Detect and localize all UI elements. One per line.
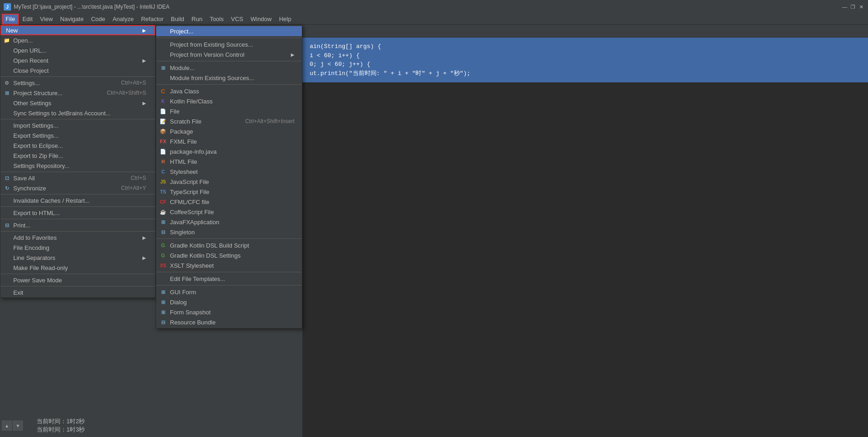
new-submenu-gradle-settings[interactable]: G Gradle Kotlin DSL Settings xyxy=(156,250,302,260)
menu-analyze[interactable]: Analyze xyxy=(109,14,137,25)
menu-item-invalidate-caches[interactable]: Invalidate Caches / Restart... xyxy=(0,195,155,205)
menu-item-sync-settings[interactable]: Sync Settings to JetBrains Account... xyxy=(0,108,155,118)
menu-help[interactable]: Help xyxy=(275,14,295,25)
separator-9 xyxy=(0,286,155,286)
new-submenu-package[interactable]: 📦 Package xyxy=(156,126,302,136)
open-url-label: Open URL... xyxy=(13,47,46,54)
new-submenu-xslt[interactable]: XS XSLT Stylesheet xyxy=(156,260,302,270)
menu-build[interactable]: Build xyxy=(167,14,188,25)
new-submenu-module[interactable]: ⊞ Module... xyxy=(156,63,302,73)
menu-item-save-all[interactable]: ⊡ Save All Ctrl+S xyxy=(0,173,155,183)
new-submenu-form-snapshot[interactable]: ⊞ Form Snapshot xyxy=(156,307,302,317)
sync-settings-label: Sync Settings to JetBrains Account... xyxy=(13,110,110,117)
menu-refactor[interactable]: Refactor xyxy=(137,14,167,25)
menu-view[interactable]: View xyxy=(36,14,56,25)
menu-tools[interactable]: Tools xyxy=(206,14,227,25)
menu-item-project-structure[interactable]: ⊞ Project Structure... Ctrl+Alt+Shift+S xyxy=(0,88,155,98)
menu-navigate[interactable]: Navigate xyxy=(56,14,87,25)
menu-file[interactable]: File xyxy=(2,14,19,25)
new-submenu-html[interactable]: H HTML File xyxy=(156,156,302,167)
stylesheet-icon: C xyxy=(159,167,167,176)
menu-item-power-save[interactable]: Power Save Mode xyxy=(0,275,155,285)
close-button[interactable]: ✕ xyxy=(858,4,864,10)
separator-1 xyxy=(0,76,155,77)
synchronize-shortcut: Ctrl+Alt+Y xyxy=(121,185,146,191)
file-encoding-label: File Encoding xyxy=(13,244,49,251)
minimize-button[interactable]: — xyxy=(841,4,848,10)
new-submenu-project-existing[interactable]: Project from Existing Sources... xyxy=(156,39,302,49)
new-submenu-typescript[interactable]: TS TypeScript File xyxy=(156,187,302,197)
menu-item-synchronize[interactable]: ↻ Synchronize Ctrl+Alt+Y xyxy=(0,183,155,193)
menu-window[interactable]: Window xyxy=(247,14,275,25)
new-submenu-module-existing[interactable]: Module from Existing Sources... xyxy=(156,73,302,83)
menu-item-export-zip[interactable]: Export to Zip File... xyxy=(0,151,155,161)
scratch-label: Scratch File xyxy=(170,118,202,125)
menu-edit[interactable]: Edit xyxy=(19,14,36,25)
project-existing-label: Project from Existing Sources... xyxy=(170,41,253,48)
project-vcs-arrow: ▶ xyxy=(291,52,295,57)
new-submenu-javascript[interactable]: JS JavaScript File xyxy=(156,177,302,187)
menu-item-make-read-only[interactable]: Make File Read-only xyxy=(0,263,155,273)
new-submenu-java-class[interactable]: C Java Class xyxy=(156,86,302,96)
menu-item-line-separators[interactable]: Line Separators ▶ xyxy=(0,253,155,263)
new-submenu-stylesheet[interactable]: C Stylesheet xyxy=(156,167,302,177)
title-bar: J MyTest [D:\java_project] - ...\src\tes… xyxy=(0,0,868,14)
menu-item-close-project[interactable]: Close Project xyxy=(0,65,155,76)
new-submenu-singleton[interactable]: ⊟ Singleton xyxy=(156,227,302,237)
html-label: HTML File xyxy=(170,158,197,165)
menu-item-import-settings[interactable]: Import Settings... xyxy=(0,120,155,130)
menu-item-export-eclipse[interactable]: Export to Eclipse... xyxy=(0,140,155,151)
line-separators-label: Line Separators xyxy=(13,254,55,261)
status-line-1: 当前时间：1时2秒 xyxy=(37,417,156,426)
new-submenu-gui-form[interactable]: ⊞ GUI Form xyxy=(156,287,302,297)
new-submenu-package-info[interactable]: 📄 package-info.java xyxy=(156,146,302,156)
new-submenu-project[interactable]: Project... xyxy=(156,26,302,36)
separator-2 xyxy=(0,119,155,119)
menu-item-open-recent[interactable]: Open Recent ▶ xyxy=(0,55,155,65)
menu-item-new[interactable]: New ▶ xyxy=(0,25,155,35)
menu-run[interactable]: Run xyxy=(188,14,206,25)
menu-item-settings-repo[interactable]: Settings Repository... xyxy=(0,161,155,171)
gradle-build-icon: G xyxy=(159,241,167,249)
menu-item-add-favorites[interactable]: Add to Favorites ▶ xyxy=(0,232,155,243)
dialog-label: Dialog xyxy=(170,299,187,306)
new-submenu-file[interactable]: 📄 File xyxy=(156,106,302,116)
new-submenu-resource-bundle[interactable]: ⊟ Resource Bundle xyxy=(156,317,302,327)
new-submenu-coffeescript[interactable]: ☕ CoffeeScript File xyxy=(156,207,302,217)
new-submenu: Project... Project from Existing Sources… xyxy=(156,25,302,329)
menu-code[interactable]: Code xyxy=(87,14,109,25)
new-sep-4 xyxy=(156,238,302,239)
menu-item-settings[interactable]: ⚙ Settings... Ctrl+Alt+S xyxy=(0,78,155,88)
menu-vcs[interactable]: VCS xyxy=(227,14,247,25)
new-submenu-project-vcs[interactable]: Project from Version Control ▶ xyxy=(156,49,302,59)
maximize-button[interactable]: ❐ xyxy=(850,4,856,10)
menu-item-export-settings[interactable]: Export Settings... xyxy=(0,130,155,140)
line-separators-arrow: ▶ xyxy=(142,255,146,260)
new-submenu-cfml[interactable]: CF CFML/CFC file xyxy=(156,197,302,207)
nav-next-button[interactable]: ▼ xyxy=(13,421,23,431)
new-submenu-fxml[interactable]: FX FXML File xyxy=(156,136,302,146)
javascript-label: JavaScript File xyxy=(170,178,209,185)
menu-item-print[interactable]: ⊟ Print... xyxy=(0,220,155,230)
form-snapshot-label: Form Snapshot xyxy=(170,309,211,316)
module-icon: ⊞ xyxy=(159,64,167,72)
new-submenu-kotlin[interactable]: K Kotlin File/Class xyxy=(156,96,302,106)
export-eclipse-label: Export to Eclipse... xyxy=(13,142,63,149)
menu-item-file-encoding[interactable]: File Encoding xyxy=(0,243,155,253)
package-info-icon: 📄 xyxy=(159,147,167,156)
project-structure-icon: ⊞ xyxy=(3,89,11,97)
menu-item-export-html[interactable]: Export to HTML... xyxy=(0,208,155,218)
singleton-label: Singleton xyxy=(170,229,195,236)
menu-item-exit[interactable]: Exit xyxy=(0,287,155,297)
nav-prev-button[interactable]: ▲ xyxy=(2,421,12,431)
menu-item-open[interactable]: 📁 Open... xyxy=(0,35,155,45)
menu-item-other-settings[interactable]: Other Settings ▶ xyxy=(0,98,155,108)
new-submenu-edit-templates[interactable]: Edit File Templates... xyxy=(156,274,302,284)
new-submenu-javafx[interactable]: ⊞ JavaFXApplication xyxy=(156,217,302,227)
new-submenu-dialog[interactable]: ⊞ Dialog xyxy=(156,297,302,307)
new-submenu-scratch-file[interactable]: 📝 Scratch File Ctrl+Alt+Shift+Insert xyxy=(156,116,302,126)
editor-area: ain(String[] args) { i < 60; i++) { 0; j… xyxy=(302,25,868,437)
new-submenu-gradle-build[interactable]: G Gradle Kotlin DSL Build Script xyxy=(156,240,302,250)
form-snapshot-icon: ⊞ xyxy=(159,308,167,316)
menu-item-open-url[interactable]: Open URL... xyxy=(0,45,155,55)
